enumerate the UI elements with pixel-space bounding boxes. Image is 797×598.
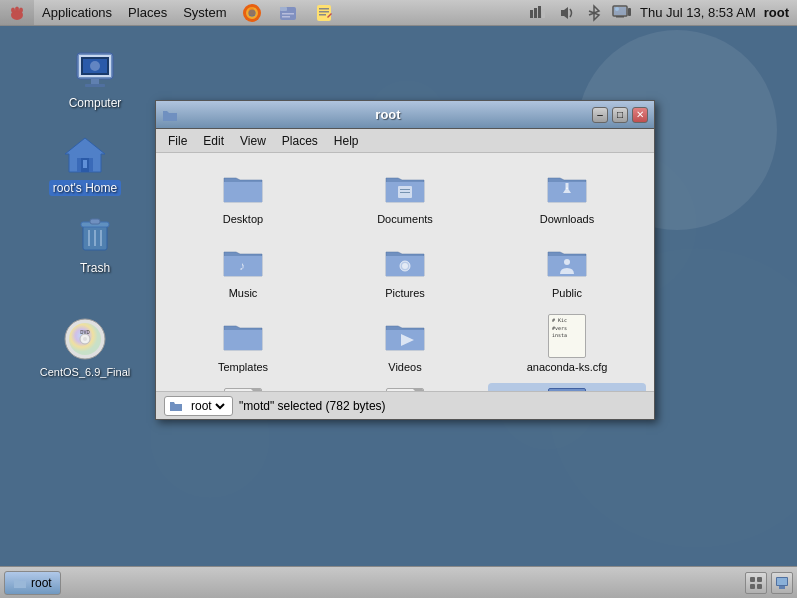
nautilus-launcher[interactable] [270, 0, 306, 25]
folder-svg [384, 244, 426, 280]
view-windows-btn[interactable] [745, 572, 767, 594]
svg-text:♪: ♪ [239, 259, 245, 273]
display-icon [612, 4, 632, 22]
location-folder-icon [169, 399, 183, 413]
list-item[interactable]: Templates [164, 309, 322, 379]
svg-rect-17 [538, 6, 541, 18]
fm-scrollable[interactable]: Desktop [156, 153, 654, 391]
places-menu[interactable]: Places [120, 0, 175, 25]
desktop-icon-home[interactable]: root's Home [45, 130, 125, 196]
folder-public-icon [544, 239, 590, 285]
list-item[interactable]: Public [488, 235, 646, 305]
svg-rect-62 [777, 578, 787, 585]
svg-rect-48 [400, 189, 410, 190]
folder-svg [384, 318, 426, 354]
folder-documents-icon [382, 165, 428, 211]
fm-menu-help[interactable]: Help [326, 129, 367, 152]
computer-icon-label: Computer [66, 95, 125, 111]
svg-rect-59 [750, 584, 755, 589]
desktop-icon-computer[interactable]: Computer [55, 45, 135, 111]
list-item[interactable]: # Kic#versinsta anaconda-ks.cfg [488, 309, 646, 379]
fm-icons-grid: Desktop [156, 153, 654, 391]
svg-rect-12 [319, 8, 329, 10]
desktop-icon-dvd[interactable]: DVD CentOS_6.9_Final [45, 315, 125, 379]
list-item[interactable]: ••••• ••• •••• motd [488, 383, 646, 391]
list-item[interactable]: Insta warni Insta Insta install.log [164, 383, 322, 391]
svg-point-31 [90, 61, 100, 71]
file-manager-window: root – □ ✕ File Edit View Places Help [155, 100, 655, 420]
taskbar-top: Applications Places System [0, 0, 797, 26]
computer-svg [71, 45, 119, 93]
fm-title-text: root [184, 107, 592, 122]
svg-rect-49 [400, 192, 410, 193]
svg-rect-18 [542, 9, 545, 18]
folder-music-icon: ♪ [220, 239, 266, 285]
gnome-foot-icon [8, 4, 26, 22]
list-item[interactable]: Documents [326, 161, 484, 231]
svg-rect-24 [628, 8, 631, 16]
list-item[interactable]: ♪ Music [164, 235, 322, 305]
applications-menu[interactable]: Applications [34, 0, 120, 25]
svg-rect-28 [85, 84, 105, 87]
list-item[interactable]: Pictures [326, 235, 484, 305]
fm-menu-view[interactable]: View [232, 129, 274, 152]
view-desktop-btn[interactable] [771, 572, 793, 594]
taskbar-right: Thu Jul 13, 8:53 AM root [528, 3, 797, 23]
volume-icon-btn[interactable] [556, 3, 576, 23]
svg-marker-19 [561, 7, 568, 19]
svg-point-55 [564, 259, 570, 265]
text-editor-launcher[interactable] [306, 0, 342, 25]
svg-rect-8 [280, 7, 287, 11]
fm-menu-file[interactable]: File [160, 129, 195, 152]
file-label: Music [229, 287, 258, 299]
svg-rect-16 [534, 8, 537, 18]
file-label: Documents [377, 213, 433, 225]
list-item[interactable]: Downloads [488, 161, 646, 231]
fm-folder-icon [162, 107, 178, 123]
fm-close-btn[interactable]: ✕ [632, 107, 648, 123]
dvd-icon-label: CentOS_6.9_Final [37, 365, 134, 379]
bluetooth-icon-btn[interactable] [584, 3, 604, 23]
svg-rect-35 [83, 160, 87, 168]
list-item[interactable]: Videos [326, 309, 484, 379]
fm-maximize-btn[interactable]: □ [612, 107, 628, 123]
svg-rect-11 [317, 5, 331, 21]
svg-rect-63 [779, 586, 785, 589]
dvd-svg: DVD [61, 315, 109, 363]
fm-content: Desktop [156, 153, 654, 391]
svg-rect-58 [757, 577, 762, 582]
network-icon [529, 4, 547, 22]
task-label: root [31, 576, 52, 590]
home-icon-img [61, 130, 109, 178]
firefox-launcher[interactable] [234, 0, 270, 25]
svg-rect-38 [90, 219, 100, 224]
svg-point-54 [402, 263, 408, 269]
file-label: Downloads [540, 213, 594, 225]
fm-menu-places[interactable]: Places [274, 129, 326, 152]
folder-svg [384, 170, 426, 206]
network-status-icon[interactable] [528, 3, 548, 23]
system-menu[interactable]: System [175, 0, 234, 25]
svg-point-3 [19, 7, 23, 12]
datetime-display: Thu Jul 13, 8:53 AM [640, 5, 756, 20]
file-install-log-syslog-icon: <86>J <86>J <86>J <86>J [382, 387, 428, 391]
file-label: Templates [218, 361, 268, 373]
svg-rect-60 [757, 584, 762, 589]
display-icon-btn[interactable] [612, 3, 632, 23]
list-item[interactable]: Desktop [164, 161, 322, 231]
taskbar-apps-icon [0, 0, 34, 25]
svg-point-2 [15, 6, 19, 11]
fm-location-bar[interactable]: root [164, 396, 233, 416]
folder-desktop-icon [220, 165, 266, 211]
svg-rect-13 [319, 11, 329, 13]
folder-svg [222, 318, 264, 354]
fm-menu-edit[interactable]: Edit [195, 129, 232, 152]
location-select[interactable]: root [187, 398, 228, 414]
svg-rect-51 [566, 183, 569, 189]
desktop-icon-trash[interactable]: Trash [55, 210, 135, 276]
file-label: Desktop [223, 213, 263, 225]
svg-rect-27 [91, 79, 99, 84]
taskbar-task-root[interactable]: root [4, 571, 61, 595]
list-item[interactable]: <86>J <86>J <86>J <86>J install.log.sysl… [326, 383, 484, 391]
fm-minimize-btn[interactable]: – [592, 107, 608, 123]
